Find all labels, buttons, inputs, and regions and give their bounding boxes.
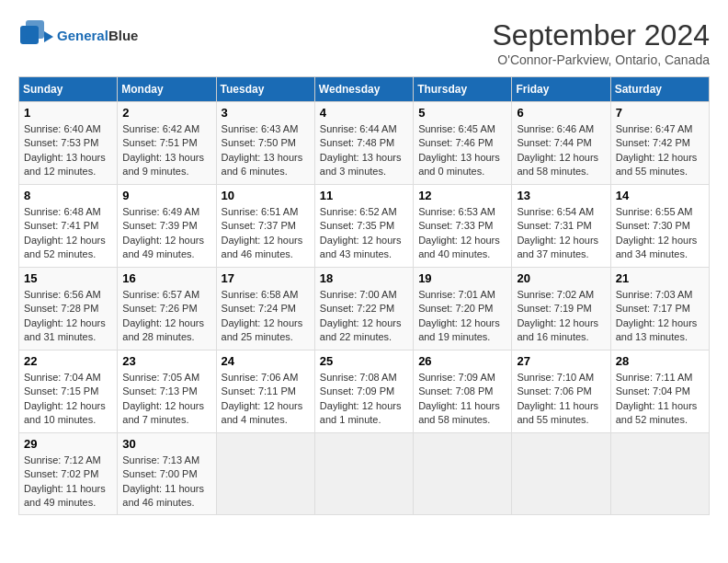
day-number: 29: [24, 437, 112, 451]
day-number: 24: [222, 354, 310, 368]
day-info: Sunrise: 6:46 AM Sunset: 7:44 PM Dayligh…: [517, 122, 605, 179]
day-info: Sunrise: 7:05 AM Sunset: 7:13 PM Dayligh…: [122, 371, 210, 428]
calendar-cell: [314, 433, 413, 515]
day-info: Sunrise: 6:55 AM Sunset: 7:30 PM Dayligh…: [616, 205, 704, 262]
calendar-cell: 6 Sunrise: 6:46 AM Sunset: 7:44 PM Dayli…: [512, 102, 610, 185]
calendar-cell: 2 Sunrise: 6:42 AM Sunset: 7:51 PM Dayli…: [118, 102, 216, 185]
day-number: 16: [122, 271, 210, 285]
calendar-cell: 18 Sunrise: 7:00 AM Sunset: 7:22 PM Dayl…: [314, 268, 413, 350]
calendar-cell: 20 Sunrise: 7:02 AM Sunset: 7:19 PM Dayl…: [512, 268, 610, 350]
day-number: 3: [222, 106, 310, 120]
calendar-cell: 11 Sunrise: 6:52 AM Sunset: 7:35 PM Dayl…: [314, 185, 413, 268]
calendar-cell: 30 Sunrise: 7:13 AM Sunset: 7:00 PM Dayl…: [118, 433, 216, 515]
calendar-cell: 28 Sunrise: 7:11 AM Sunset: 7:04 PM Dayl…: [610, 350, 709, 433]
day-info: Sunrise: 6:49 AM Sunset: 7:39 PM Dayligh…: [122, 205, 210, 262]
day-number: 5: [418, 106, 506, 120]
calendar-cell: [610, 433, 709, 515]
calendar-cell: 23 Sunrise: 7:05 AM Sunset: 7:13 PM Dayl…: [118, 350, 216, 433]
weekday-header-thursday: Thursday: [414, 77, 512, 102]
calendar-cell: [414, 433, 512, 515]
calendar-week-row: 29 Sunrise: 7:12 AM Sunset: 7:02 PM Dayl…: [19, 433, 710, 515]
page-header: GeneralBlue September 2024 O'Connor-Park…: [18, 18, 710, 67]
calendar-week-row: 8 Sunrise: 6:48 AM Sunset: 7:41 PM Dayli…: [19, 185, 710, 268]
day-info: Sunrise: 7:01 AM Sunset: 7:20 PM Dayligh…: [418, 288, 506, 345]
calendar-cell: 22 Sunrise: 7:04 AM Sunset: 7:15 PM Dayl…: [19, 350, 118, 433]
day-number: 18: [320, 271, 408, 285]
day-number: 9: [122, 189, 210, 202]
calendar-cell: 19 Sunrise: 7:01 AM Sunset: 7:20 PM Dayl…: [414, 268, 512, 350]
calendar-cell: 7 Sunrise: 6:47 AM Sunset: 7:42 PM Dayli…: [610, 102, 709, 185]
day-info: Sunrise: 6:54 AM Sunset: 7:31 PM Dayligh…: [517, 205, 605, 262]
calendar-cell: [512, 433, 610, 515]
day-info: Sunrise: 6:43 AM Sunset: 7:50 PM Dayligh…: [222, 122, 310, 179]
calendar-cell: 13 Sunrise: 6:54 AM Sunset: 7:31 PM Dayl…: [512, 185, 610, 268]
day-number: 22: [24, 354, 112, 368]
day-info: Sunrise: 6:57 AM Sunset: 7:26 PM Dayligh…: [122, 288, 210, 345]
day-info: Sunrise: 6:52 AM Sunset: 7:35 PM Dayligh…: [320, 205, 408, 262]
day-number: 2: [122, 106, 210, 120]
calendar-cell: 29 Sunrise: 7:12 AM Sunset: 7:02 PM Dayl…: [19, 433, 118, 515]
day-number: 1: [24, 106, 112, 120]
day-number: 14: [616, 189, 704, 202]
day-number: 30: [122, 437, 210, 451]
weekday-header-friday: Friday: [512, 77, 610, 102]
day-number: 13: [517, 189, 605, 202]
calendar-cell: 17 Sunrise: 6:58 AM Sunset: 7:24 PM Dayl…: [216, 268, 314, 350]
calendar-week-row: 1 Sunrise: 6:40 AM Sunset: 7:53 PM Dayli…: [19, 102, 710, 185]
day-number: 4: [320, 106, 408, 120]
weekday-header-monday: Monday: [118, 77, 216, 102]
day-info: Sunrise: 7:03 AM Sunset: 7:17 PM Dayligh…: [616, 288, 704, 345]
calendar-cell: 27 Sunrise: 7:10 AM Sunset: 7:06 PM Dayl…: [512, 350, 610, 433]
weekday-header-sunday: Sunday: [19, 77, 118, 102]
weekday-header-saturday: Saturday: [610, 77, 709, 102]
svg-marker-2: [44, 31, 53, 42]
logo: GeneralBlue: [18, 18, 138, 53]
day-number: 8: [24, 189, 112, 202]
calendar-cell: 25 Sunrise: 7:08 AM Sunset: 7:09 PM Dayl…: [314, 350, 413, 433]
day-info: Sunrise: 6:42 AM Sunset: 7:51 PM Dayligh…: [122, 122, 210, 179]
calendar-cell: 21 Sunrise: 7:03 AM Sunset: 7:17 PM Dayl…: [610, 268, 709, 350]
logo-blue: Blue: [108, 28, 139, 43]
calendar-cell: 15 Sunrise: 6:56 AM Sunset: 7:28 PM Dayl…: [19, 268, 118, 350]
calendar-cell: 16 Sunrise: 6:57 AM Sunset: 7:26 PM Dayl…: [118, 268, 216, 350]
day-info: Sunrise: 7:04 AM Sunset: 7:15 PM Dayligh…: [24, 371, 112, 428]
calendar-cell: 1 Sunrise: 6:40 AM Sunset: 7:53 PM Dayli…: [19, 102, 118, 185]
month-title: September 2024: [492, 18, 710, 52]
calendar-week-row: 22 Sunrise: 7:04 AM Sunset: 7:15 PM Dayl…: [19, 350, 710, 433]
calendar-cell: 12 Sunrise: 6:53 AM Sunset: 7:33 PM Dayl…: [414, 185, 512, 268]
title-block: September 2024 O'Connor-Parkview, Ontari…: [492, 18, 710, 67]
day-info: Sunrise: 7:12 AM Sunset: 7:02 PM Dayligh…: [24, 454, 112, 511]
day-info: Sunrise: 7:06 AM Sunset: 7:11 PM Dayligh…: [222, 371, 310, 428]
calendar-cell: 3 Sunrise: 6:43 AM Sunset: 7:50 PM Dayli…: [216, 102, 314, 185]
day-number: 27: [517, 354, 605, 368]
day-number: 12: [418, 189, 506, 202]
day-info: Sunrise: 7:13 AM Sunset: 7:00 PM Dayligh…: [122, 454, 210, 511]
calendar-cell: 4 Sunrise: 6:44 AM Sunset: 7:48 PM Dayli…: [314, 102, 413, 185]
location: O'Connor-Parkview, Ontario, Canada: [492, 52, 710, 67]
calendar-cell: 8 Sunrise: 6:48 AM Sunset: 7:41 PM Dayli…: [19, 185, 118, 268]
day-number: 6: [517, 106, 605, 120]
day-number: 7: [616, 106, 704, 120]
day-number: 21: [616, 271, 704, 285]
day-number: 23: [122, 354, 210, 368]
day-info: Sunrise: 6:56 AM Sunset: 7:28 PM Dayligh…: [24, 288, 112, 345]
day-info: Sunrise: 7:00 AM Sunset: 7:22 PM Dayligh…: [320, 288, 408, 345]
day-info: Sunrise: 6:45 AM Sunset: 7:46 PM Dayligh…: [418, 122, 506, 179]
day-number: 25: [320, 354, 408, 368]
day-number: 19: [418, 271, 506, 285]
calendar-cell: 9 Sunrise: 6:49 AM Sunset: 7:39 PM Dayli…: [118, 185, 216, 268]
day-info: Sunrise: 7:09 AM Sunset: 7:08 PM Dayligh…: [418, 371, 506, 428]
day-info: Sunrise: 7:02 AM Sunset: 7:19 PM Dayligh…: [517, 288, 605, 345]
day-number: 17: [222, 271, 310, 285]
day-number: 20: [517, 271, 605, 285]
calendar-table: SundayMondayTuesdayWednesdayThursdayFrid…: [18, 76, 710, 515]
day-info: Sunrise: 7:10 AM Sunset: 7:06 PM Dayligh…: [517, 371, 605, 428]
weekday-header-wednesday: Wednesday: [314, 77, 413, 102]
day-info: Sunrise: 6:40 AM Sunset: 7:53 PM Dayligh…: [24, 122, 112, 179]
day-info: Sunrise: 6:58 AM Sunset: 7:24 PM Dayligh…: [222, 288, 310, 345]
day-number: 26: [418, 354, 506, 368]
calendar-cell: 10 Sunrise: 6:51 AM Sunset: 7:37 PM Dayl…: [216, 185, 314, 268]
logo-general: General: [57, 28, 108, 43]
day-info: Sunrise: 7:08 AM Sunset: 7:09 PM Dayligh…: [320, 371, 408, 428]
day-number: 15: [24, 271, 112, 285]
